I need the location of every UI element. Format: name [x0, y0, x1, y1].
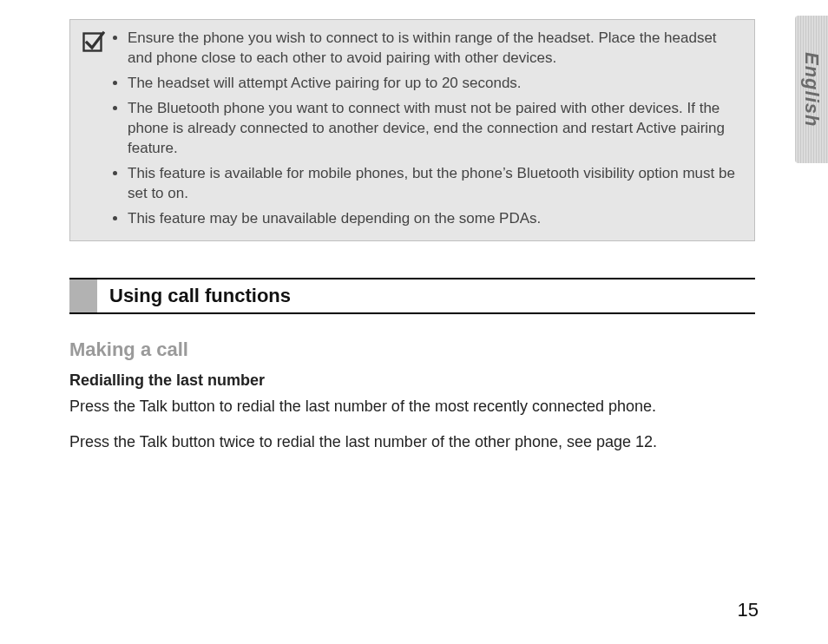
list-item: The headset will attempt Active pairing …: [128, 74, 742, 94]
checkbox-icon: [82, 30, 112, 53]
section-heading-lead: [69, 279, 97, 312]
page-content: Ensure the phone you wish to connect to …: [69, 19, 755, 453]
section-heading: Using call functions: [69, 278, 755, 314]
page-number: 15: [738, 599, 759, 621]
list-item: Ensure the phone you wish to connect to …: [128, 29, 742, 69]
section-heading-title: Using call functions: [97, 279, 755, 312]
language-tab: English: [795, 16, 828, 163]
list-item: This feature may be unavailable dependin…: [128, 209, 742, 229]
info-box: Ensure the phone you wish to connect to …: [69, 19, 755, 241]
info-list: Ensure the phone you wish to connect to …: [112, 29, 742, 228]
body-paragraph: Press the Talk button to redial the last…: [69, 395, 755, 417]
subsection-heading: Making a call: [69, 338, 755, 361]
list-item: This feature is available for mobile pho…: [128, 164, 742, 204]
body-paragraph: Press the Talk button twice to redial th…: [69, 430, 755, 453]
subsubsection-heading: Redialling the last number: [69, 371, 755, 390]
list-item: The Bluetooth phone you want to connect …: [128, 99, 742, 159]
language-tab-label: English: [800, 52, 823, 127]
